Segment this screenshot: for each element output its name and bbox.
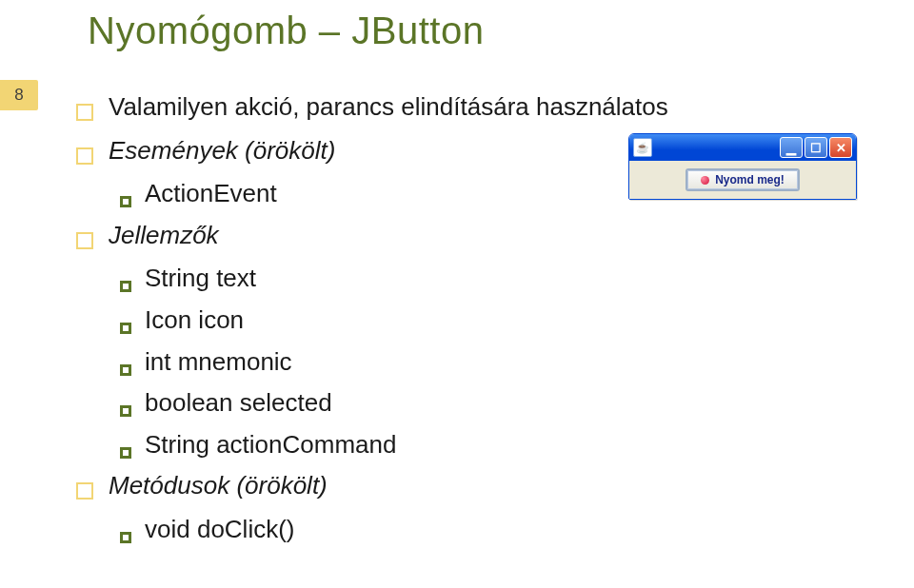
- slide-content: Valamilyen akció, parancs elindítására h…: [76, 88, 668, 552]
- bullet-text: Icon icon: [145, 301, 244, 341]
- bullet-item: Icon icon: [120, 301, 668, 341]
- bullet-text: String text: [145, 259, 256, 299]
- bullet-item: Jellemzők: [76, 216, 668, 256]
- red-dot-icon: [701, 176, 709, 185]
- page-number-badge: 8: [0, 80, 38, 110]
- bullet-item: Valamilyen akció, parancs elindítására h…: [76, 88, 668, 127]
- example-window: ☕ ▁ ☐ ✕ Nyomd meg!: [628, 133, 857, 200]
- maximize-icon: ☐: [810, 141, 822, 155]
- square-bullet-icon: [76, 147, 93, 165]
- square-bullet-icon: [76, 232, 93, 249]
- bullet-item: Metódusok (örökölt): [76, 466, 668, 506]
- bullet-item: String text: [120, 259, 668, 299]
- filled-square-bullet-icon: [120, 532, 131, 543]
- filled-square-bullet-icon: [120, 364, 131, 376]
- filled-square-bullet-icon: [120, 196, 131, 207]
- bullet-text: boolean selected: [145, 383, 332, 423]
- bullet-item: String actionCommand: [120, 425, 668, 465]
- filled-square-bullet-icon: [120, 405, 131, 417]
- window-titlebar: ☕ ▁ ☐ ✕: [629, 134, 856, 161]
- bullet-text: Metódusok (örökölt): [109, 466, 328, 506]
- filled-square-bullet-icon: [120, 281, 131, 292]
- bullet-item: Események (örökölt): [76, 131, 668, 171]
- bullet-item: void doClick(): [120, 510, 668, 550]
- square-bullet-icon: [76, 482, 93, 500]
- square-bullet-icon: [76, 104, 93, 121]
- slide-title: Nyomógomb – JButton: [88, 10, 484, 52]
- bullet-text: String actionCommand: [145, 425, 396, 465]
- bullet-text: Jellemzők: [109, 216, 219, 256]
- java-cup-glyph: ☕: [636, 142, 649, 154]
- bullet-text: void doClick(): [145, 510, 295, 550]
- minimize-button[interactable]: ▁: [780, 137, 803, 158]
- close-button[interactable]: ✕: [829, 137, 852, 158]
- java-icon: ☕: [633, 138, 652, 157]
- filled-square-bullet-icon: [120, 323, 131, 334]
- filled-square-bullet-icon: [120, 447, 131, 459]
- minimize-icon: ▁: [786, 141, 796, 155]
- bullet-text: ActionEvent: [145, 174, 277, 214]
- example-jbutton[interactable]: Nyomd meg!: [686, 168, 800, 191]
- bullet-text: Események (örökölt): [109, 131, 335, 171]
- slide: Nyomógomb – JButton 8 Valamilyen akció, …: [0, 0, 914, 588]
- jbutton-label: Nyomd meg!: [715, 173, 785, 186]
- bullet-text: Valamilyen akció, parancs elindítására h…: [109, 88, 668, 127]
- bullet-item: int mnemonic: [120, 343, 668, 382]
- bullet-item: ActionEvent: [120, 174, 668, 214]
- maximize-button[interactable]: ☐: [805, 137, 827, 158]
- window-body: Nyomd meg!: [629, 161, 856, 199]
- window-buttons: ▁ ☐ ✕: [780, 137, 852, 158]
- bullet-text: int mnemonic: [145, 343, 292, 382]
- bullet-item: boolean selected: [120, 383, 668, 423]
- close-icon: ✕: [836, 141, 846, 155]
